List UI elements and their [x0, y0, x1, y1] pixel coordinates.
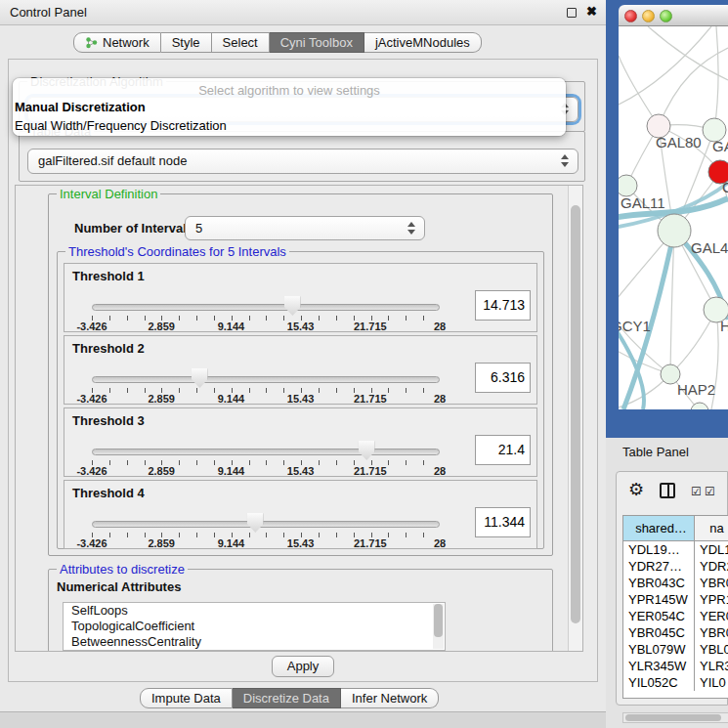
- numerical-attributes-list: SelfLoops TopologicalCoefficient Between…: [63, 602, 446, 651]
- table-row[interactable]: YDR27…YDR2: [623, 558, 728, 575]
- tab-label: Cyni Toolbox: [280, 35, 353, 50]
- node-gal4[interactable]: [658, 214, 691, 247]
- cell[interactable]: YBR045C: [623, 624, 695, 641]
- list-item[interactable]: TopologicalCoefficient: [64, 619, 445, 634]
- table-row[interactable]: YLR345WYLR3: [623, 658, 728, 674]
- cell[interactable]: YDL19…: [623, 541, 695, 558]
- list-item[interactable]: BetweennessCentrality: [64, 634, 445, 650]
- table-panel: Table Panel ⚙ ☑ ☑ shared… na YDL19…YDL1 …: [606, 438, 728, 728]
- group-title: Threshold's Coordinates for 5 Intervals: [65, 244, 289, 259]
- threshold-4-block: Threshold 4 -3.426 2.859 9.144 15.43 21.…: [64, 480, 537, 549]
- cell[interactable]: YLR3: [695, 658, 728, 674]
- cell[interactable]: YPR1: [695, 591, 728, 608]
- node-gal11[interactable]: [619, 175, 637, 196]
- scale-label: -3.426: [76, 393, 107, 405]
- threshold-3-slider-track[interactable]: [92, 449, 440, 455]
- gear-icon[interactable]: ⚙: [628, 480, 644, 499]
- threshold-2-slider-thumb[interactable]: [192, 368, 208, 388]
- threshold-2-value-field[interactable]: 6.316: [475, 363, 531, 393]
- threshold-1-slider-track[interactable]: [92, 304, 440, 311]
- num-intervals-combo[interactable]: 5: [185, 216, 425, 240]
- threshold-4-slider-track[interactable]: [92, 521, 440, 528]
- top-tabbar: Network Style Select Cyni Toolbox jActiv…: [73, 32, 482, 53]
- float-window-icon[interactable]: [567, 8, 577, 18]
- checkbox-icon[interactable]: ☑: [691, 485, 702, 498]
- close-icon[interactable]: ✖: [586, 4, 597, 19]
- cell[interactable]: YDR27…: [623, 558, 695, 575]
- thresholds-group: Threshold's Coordinates for 5 Intervals …: [57, 251, 544, 549]
- dropdown-option-manual[interactable]: Manual Discretization: [13, 98, 566, 116]
- tab-impute-data[interactable]: Impute Data: [140, 688, 233, 708]
- tab-cyni-toolbox[interactable]: Cyni Toolbox: [270, 32, 364, 53]
- network-window-titlebar[interactable]: [619, 5, 728, 26]
- scale-label: 28: [434, 537, 446, 549]
- scale-label: -3.426: [76, 465, 107, 477]
- cell[interactable]: YDR2: [695, 558, 728, 575]
- table-row[interactable]: YBR043CYBR0: [623, 575, 728, 591]
- column-header-name[interactable]: na: [695, 516, 728, 541]
- cell[interactable]: YER054C: [623, 608, 695, 624]
- apply-button[interactable]: Apply: [272, 656, 334, 677]
- tab-network[interactable]: Network: [73, 32, 161, 53]
- tab-style[interactable]: Style: [161, 32, 212, 53]
- columns-icon[interactable]: [660, 483, 675, 498]
- cell[interactable]: YBR0: [695, 624, 728, 641]
- table-data-combo[interactable]: galFiltered.sif default node: [27, 149, 578, 174]
- threshold-3-block: Threshold 3 -3.426 2.859 9.144 15.43 21.…: [64, 407, 537, 477]
- cell[interactable]: YBR043C: [623, 575, 695, 591]
- table-row[interactable]: YBR045CYBR0: [623, 624, 728, 641]
- dropdown-option-equal-width[interactable]: Equal Width/Frequency Discretization: [13, 116, 566, 135]
- bottom-strip: [0, 711, 606, 728]
- table-row[interactable]: YIL052CYIL0: [623, 674, 728, 691]
- table-row[interactable]: YER054CYER0: [623, 608, 728, 624]
- bottom-tabbar: Impute Data Discretize Data Infer Networ…: [140, 688, 439, 708]
- threshold-4-value-field[interactable]: 11.344: [475, 507, 531, 537]
- tab-label: Network: [103, 35, 150, 50]
- table-row[interactable]: YDL19…YDL1: [623, 541, 728, 558]
- threshold-1-slider-thumb[interactable]: [284, 296, 301, 316]
- column-header-shared[interactable]: shared…: [623, 516, 695, 541]
- scale-label: 9.144: [218, 465, 245, 477]
- cell[interactable]: YBR0: [695, 575, 728, 591]
- scrollbar-thumb[interactable]: [625, 714, 721, 721]
- list-item[interactable]: SelfLoops: [64, 603, 445, 619]
- table-horizontal-scrollbar[interactable]: [622, 712, 728, 723]
- settings-scrollbar[interactable]: [568, 186, 582, 651]
- threshold-3-value-field[interactable]: 21.4: [475, 435, 531, 465]
- cell[interactable]: YBL0: [695, 641, 728, 658]
- tab-select[interactable]: Select: [212, 32, 270, 53]
- scale-label: 9.144: [218, 393, 245, 405]
- node-table: shared… na YDL19…YDL1 YDR27…YDR2 YBR043C…: [622, 515, 728, 699]
- table-row[interactable]: YPR145WYPR1: [623, 591, 728, 608]
- cell[interactable]: YLR345W: [623, 658, 695, 674]
- scrollbar-thumb[interactable]: [571, 205, 580, 623]
- interval-definition-group: Interval Definition Number of Intervals …: [48, 193, 553, 556]
- tab-jactivemnodules[interactable]: jActiveMNodules: [364, 32, 482, 53]
- cell[interactable]: YPR145W: [623, 591, 695, 608]
- settings-viewport: Interval Definition Number of Intervals …: [15, 185, 583, 652]
- tab-discretize-data[interactable]: Discretize Data: [233, 688, 341, 708]
- num-intervals-label: Number of Intervals: [74, 221, 193, 236]
- threshold-2-slider-track[interactable]: [92, 376, 440, 383]
- cell[interactable]: YBL079W: [623, 641, 695, 658]
- tab-label: Discretize Data: [243, 691, 329, 706]
- table-row[interactable]: YBL079WYBL0: [623, 641, 728, 658]
- scale-label: 15.43: [287, 537, 315, 549]
- threshold-1-block: Threshold 1 -3.426 2.859 9.144 15.43 21.…: [64, 263, 537, 332]
- zoom-traffic-light-icon[interactable]: [660, 10, 672, 22]
- threshold-1-value-field[interactable]: 14.713: [475, 290, 531, 321]
- scale-label: 28: [434, 321, 446, 332]
- network-canvas[interactable]: GAL80 GA C GAL11 GAL4 GCY1 H HAP2: [619, 26, 728, 409]
- threshold-3-slider-thumb[interactable]: [359, 441, 375, 460]
- checkbox-icon[interactable]: ☑: [705, 485, 715, 498]
- tab-infer-network[interactable]: Infer Network: [341, 688, 439, 708]
- threshold-4-slider-thumb[interactable]: [247, 513, 264, 533]
- minimize-traffic-light-icon[interactable]: [642, 10, 655, 22]
- cell[interactable]: YIL052C: [623, 674, 695, 691]
- group-title: Attributes to discretize: [57, 562, 188, 577]
- list-scrollbar[interactable]: [433, 604, 444, 649]
- close-traffic-light-icon[interactable]: [624, 10, 637, 22]
- cell[interactable]: YIL0: [695, 674, 728, 691]
- cell[interactable]: YER0: [695, 608, 728, 624]
- cell[interactable]: YDL1: [695, 541, 728, 558]
